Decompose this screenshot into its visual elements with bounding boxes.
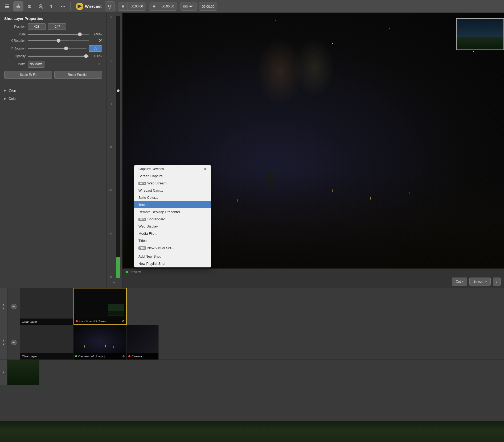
svg-point-12: [63, 6, 64, 7]
layer3-controls: ▲: [0, 360, 7, 385]
menu-item-web-display[interactable]: Web Display...: [134, 223, 211, 230]
color-section-header[interactable]: ▶ Color: [0, 94, 106, 103]
camera-left-shot[interactable]: Camera-Left-Stage.j ⚙: [73, 325, 127, 360]
wirecast-logo-area: W Wirecast: [76, 3, 101, 10]
facetime-image: [74, 288, 126, 318]
clear-layer-shot-1[interactable]: Clear Layer: [20, 288, 73, 325]
camera-right-status-dot: [128, 355, 130, 357]
cut-transition-btn[interactable]: Cut ▾: [452, 278, 467, 286]
scoreboard-label: Scoreboard...: [147, 217, 168, 221]
clear-layer-shot-2[interactable]: Clear Layer: [20, 325, 73, 360]
y-rotation-slider[interactable]: [28, 48, 87, 49]
layer1-down-arrow[interactable]: ▼: [2, 307, 5, 310]
svg-rect-1: [5, 6, 9, 7]
layer-row-2: ▲ ▼ Clear Layer: [0, 325, 504, 360]
panel-collapse-btn[interactable]: «: [113, 280, 116, 284]
audio-tab-btn[interactable]: [24, 1, 35, 11]
layer1-up-arrow[interactable]: ▲: [2, 303, 5, 306]
layer3-up-arrow[interactable]: ▲: [2, 371, 5, 374]
camera-left-label-bar: Camera-Left-Stage.j ⚙: [73, 353, 126, 360]
preview-status-dot: [126, 271, 128, 273]
menu-item-capture-devices[interactable]: Capture Devices ▶: [134, 165, 211, 172]
position-label: Position: [4, 25, 26, 28]
camera-right-image: [127, 325, 158, 353]
x-rotation-slider[interactable]: [28, 40, 89, 41]
svg-point-13: [64, 6, 65, 7]
preview-label: Preview: [129, 270, 141, 274]
smooth-transition-btn[interactable]: Smooth ▾: [469, 278, 491, 286]
svg-point-4: [18, 5, 19, 6]
menu-item-add-new-shot[interactable]: Add New Shot: [134, 253, 211, 260]
camera-left-gear-icon[interactable]: ⚙: [122, 355, 125, 358]
opacity-slider[interactable]: [28, 56, 89, 57]
add-new-shot-label: Add New Shot: [138, 254, 161, 258]
facetime-status-dot: [76, 320, 78, 322]
forest-bg-shot[interactable]: [7, 360, 39, 385]
menu-item-solid-color[interactable]: Solid Color...: [134, 194, 211, 201]
wirecast-cam-label: Wirecast Cam...: [138, 188, 163, 192]
x-rotation-label: X Rotation: [4, 39, 26, 43]
titles-label: Titles...: [138, 239, 149, 243]
position-x-input[interactable]: [28, 23, 46, 30]
wifi-btn[interactable]: [105, 1, 115, 11]
x-rotation-row: X Rotation 0°: [4, 39, 102, 43]
timer1-display: 00:00:00: [128, 2, 146, 11]
bg-forest-strip: [0, 421, 504, 442]
menu-item-remote-desktop[interactable]: Remote Desktop Presenter...: [134, 208, 211, 216]
facetime-shot[interactable]: FaceTime HD Camer... ⚙: [73, 288, 127, 325]
matte-select[interactable]: No Matte: [28, 61, 44, 68]
add-shot-btn-1[interactable]: [7, 288, 20, 325]
facetime-gear-icon[interactable]: ⚙: [122, 320, 125, 323]
layer2-down-arrow[interactable]: ▼: [2, 343, 5, 346]
media-file-label: Media File...: [138, 232, 157, 236]
svg-text:T: T: [50, 4, 53, 9]
svg-point-9: [40, 5, 42, 7]
timer3-display: 00:00:00: [199, 2, 217, 11]
capture-devices-submenu-arrow: ▶: [204, 167, 207, 171]
menu-item-new-virtual-set[interactable]: PRO New Virtual Set...: [134, 244, 211, 251]
user-tab-btn[interactable]: [36, 1, 46, 11]
layers-tab-btn[interactable]: [2, 1, 12, 11]
position-y-input[interactable]: [48, 23, 66, 30]
transition-more-btn[interactable]: ›: [493, 278, 501, 286]
iso-rec-btn[interactable]: ISO REC: [180, 2, 197, 11]
x-rotation-value: 0°: [91, 39, 102, 43]
scale-to-fit-btn[interactable]: Scale To Fit: [4, 71, 52, 79]
menu-item-text[interactable]: Text...: [134, 201, 211, 208]
menu-item-new-playlist-shot[interactable]: New Playlist Shot: [134, 260, 211, 267]
y-rotation-input[interactable]: [89, 45, 102, 52]
camera-right-shot[interactable]: Camera...: [127, 325, 159, 360]
menu-item-wirecast-cam[interactable]: Wirecast Cam...: [134, 187, 211, 194]
properties-section: Position Scale 240% X Rotation: [0, 23, 106, 86]
layer-row-1: ▲ ▼ Clear Layer: [0, 288, 504, 325]
menu-item-media-file[interactable]: Media File...: [134, 230, 211, 237]
add-shot-btn-2[interactable]: [7, 325, 20, 360]
menu-item-titles[interactable]: Titles...: [134, 237, 211, 244]
y-rotation-row: Y Rotation: [4, 45, 102, 52]
reset-position-btn[interactable]: Reset Position: [54, 71, 102, 79]
menu-item-web-stream[interactable]: PRO Web Stream...: [134, 180, 211, 187]
timer2-record-btn[interactable]: [149, 2, 159, 11]
scale-value: 240%: [91, 32, 102, 36]
camera-left-status-dot: [75, 355, 77, 357]
color-label: Color: [9, 97, 17, 101]
crop-section-header[interactable]: ▶ Crop: [0, 86, 106, 94]
properties-tab-btn[interactable]: [13, 1, 23, 11]
more-tab-btn[interactable]: [58, 1, 68, 11]
crop-label: Crop: [9, 88, 16, 92]
svg-point-17: [109, 8, 110, 9]
text-label: Text...: [138, 203, 148, 207]
action-buttons-row: Scale To Fit Reset Position: [4, 71, 102, 79]
svg-text:W: W: [78, 5, 81, 8]
menu-item-screen-capture[interactable]: Screen Capture...: [134, 172, 211, 180]
iso-label: ISO: [183, 5, 189, 8]
timer1-record-btn[interactable]: [118, 2, 128, 11]
clear-layer-text-1: Clear Layer: [22, 320, 37, 323]
scale-slider[interactable]: [28, 34, 89, 35]
layer2-up-arrow[interactable]: ▲: [2, 339, 5, 342]
text-tab-btn[interactable]: T: [47, 1, 57, 11]
clear-layer-label-1: Clear Layer: [20, 319, 73, 325]
menu-separator-1: [134, 252, 211, 252]
menu-item-scoreboard[interactable]: PRO Scoreboard...: [134, 216, 211, 223]
audio-meter-panel: +6 0 −6 −12 −18: [106, 13, 122, 288]
